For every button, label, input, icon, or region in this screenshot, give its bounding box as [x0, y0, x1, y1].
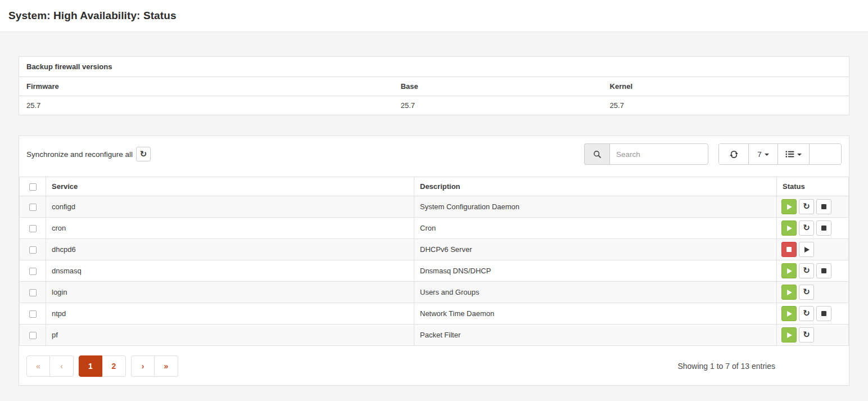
service-description-cell: System Configuration Daemon — [414, 196, 777, 218]
play-icon — [787, 311, 792, 317]
service-start-button[interactable] — [799, 242, 814, 257]
service-stopped-button[interactable] — [781, 242, 797, 257]
pagination-button-50[interactable]: 2 — [102, 355, 126, 377]
row-checkbox[interactable] — [29, 310, 37, 318]
pagination: «‹12›» — [26, 355, 178, 377]
service-status-cell: ↻ — [777, 282, 849, 303]
sync-section: Synchronize and reconfigure all ↻ — [26, 147, 151, 161]
table-row: ntpd Network Time Daemon ↻ — [20, 303, 849, 325]
row-checkbox[interactable] — [29, 332, 37, 339]
kernel-version-value: 25.7 — [603, 96, 849, 115]
row-checkbox[interactable] — [29, 246, 37, 254]
service-description-cell: Cron — [414, 218, 777, 239]
service-name-cell: configd — [46, 196, 414, 218]
pagination-group: 12 — [79, 355, 126, 377]
play-icon — [787, 204, 792, 210]
table-footer: «‹12›» Showing 1 to 7 of 13 entries — [26, 355, 842, 377]
service-running-button[interactable] — [781, 263, 797, 278]
page-size-dropdown[interactable]: 7 — [748, 144, 777, 164]
chevron-down-icon — [765, 154, 769, 156]
stop-square-icon — [821, 226, 826, 231]
service-description-cell: DHCPv6 Server — [414, 239, 777, 260]
service-restart-button[interactable]: ↻ — [799, 327, 814, 343]
search-icon — [593, 150, 602, 159]
table-row: login Users and Groups ↻ — [20, 282, 849, 303]
row-checkbox[interactable] — [29, 289, 37, 296]
pagination-button-49[interactable]: 1 — [79, 355, 102, 377]
stop-square-icon — [821, 268, 826, 273]
search-addon — [584, 143, 609, 165]
service-running-button[interactable] — [781, 306, 797, 321]
service-restart-button[interactable]: ↻ — [799, 306, 814, 321]
service-running-button[interactable] — [781, 327, 797, 343]
play-icon — [787, 290, 792, 295]
services-col-status: Status — [777, 177, 849, 196]
select-all-checkbox[interactable] — [29, 183, 37, 191]
base-version-value: 25.7 — [394, 96, 603, 115]
service-stop-button[interactable] — [816, 263, 831, 278]
row-checkbox[interactable] — [29, 268, 37, 275]
service-name-cell: dnsmasq — [46, 260, 414, 282]
table-row: dhcpd6 DHCPv6 Server — [20, 239, 849, 260]
service-name-cell: login — [46, 282, 414, 303]
table-row: configd System Configuration Daemon ↻ — [20, 196, 849, 218]
service-stop-button[interactable] — [816, 306, 831, 321]
page-title: System: High Availability: Status — [8, 10, 177, 22]
empty-toolbar-button[interactable] — [809, 144, 841, 164]
service-name-cell: ntpd — [46, 303, 414, 325]
pagination-button-8250[interactable]: › — [131, 355, 155, 377]
service-description-cell: Users and Groups — [414, 282, 777, 303]
row-checkbox[interactable] — [29, 204, 37, 211]
service-description-cell: Network Time Daemon — [414, 303, 777, 325]
backup-versions-panel: Backup firewall versions Firmware Base K… — [19, 56, 849, 115]
stop-square-icon — [821, 204, 826, 209]
service-status-cell: ↻ — [777, 196, 849, 218]
service-description-cell: Dnsmasq DNS/DHCP — [414, 260, 777, 282]
service-status-cell — [777, 239, 849, 260]
restart-icon: ↻ — [803, 202, 810, 211]
service-restart-button[interactable]: ↻ — [799, 285, 814, 300]
page-header: System: High Availability: Status — [0, 0, 868, 32]
stop-square-icon — [821, 311, 826, 316]
service-status-cell: ↻ — [777, 303, 849, 325]
services-col-service: Service — [46, 177, 414, 196]
sync-reconfigure-button[interactable]: ↻ — [136, 147, 151, 161]
versions-col-base: Base — [394, 77, 603, 96]
restart-icon: ↻ — [803, 309, 810, 318]
page-size-value: 7 — [757, 150, 762, 159]
search-input[interactable] — [609, 143, 708, 165]
grid-controls-group: 7 — [718, 143, 842, 165]
restart-icon: ↻ — [803, 224, 810, 232]
row-checkbox[interactable] — [29, 225, 37, 232]
services-panel: Synchronize and reconfigure all ↻ — [19, 136, 849, 386]
play-icon — [804, 247, 810, 253]
service-status-cell: ↻ — [777, 260, 849, 282]
services-table: Service Description Status configd Syste… — [19, 177, 849, 346]
chevron-down-icon — [797, 154, 802, 156]
service-name-cell: cron — [46, 218, 414, 239]
refresh-grid-button[interactable] — [719, 144, 748, 164]
service-restart-button[interactable]: ↻ — [799, 220, 814, 236]
pagination-button-187[interactable]: » — [155, 355, 178, 377]
table-row: cron Cron ↻ — [20, 218, 849, 239]
column-selector-dropdown[interactable] — [777, 144, 809, 164]
service-stop-button[interactable] — [816, 220, 831, 236]
restart-icon: ↻ — [803, 331, 810, 339]
stop-square-icon — [786, 247, 792, 252]
restart-icon: ↻ — [803, 288, 810, 296]
firmware-version-value: 25.7 — [19, 96, 394, 115]
play-icon — [787, 332, 792, 338]
service-running-button[interactable] — [781, 285, 797, 300]
table-row: pf Packet Filter ↻ — [20, 325, 849, 346]
service-running-button[interactable] — [781, 220, 797, 236]
service-restart-button[interactable]: ↻ — [799, 199, 814, 214]
service-stop-button[interactable] — [816, 199, 831, 214]
restart-icon: ↻ — [803, 267, 810, 275]
service-name-cell: pf — [46, 325, 414, 346]
pagination-group: ›» — [131, 355, 178, 377]
play-icon — [787, 226, 792, 231]
service-restart-button[interactable]: ↻ — [799, 263, 814, 278]
service-running-button[interactable] — [781, 199, 797, 214]
pagination-group: «‹ — [26, 355, 74, 377]
versions-col-firmware: Firmware — [19, 77, 394, 96]
